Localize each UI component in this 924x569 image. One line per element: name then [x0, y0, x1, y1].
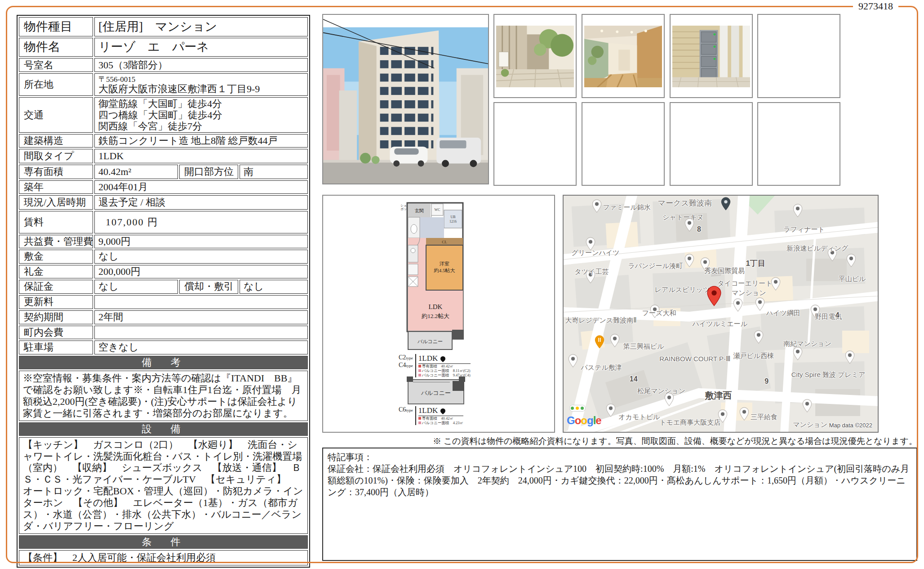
property-type-value: [住居用] マンション	[94, 17, 308, 36]
building-exterior-photo	[323, 15, 488, 184]
guarantee-value: なし	[94, 280, 178, 294]
photo-box-empty-3	[582, 102, 665, 186]
type-c6: C6	[399, 406, 406, 413]
row-label-key-money: 礼金	[19, 265, 93, 278]
map-label: 大嵜レジデンス難波南Ⅱ	[565, 316, 636, 325]
map-label: 8	[697, 225, 701, 233]
map-label: マンション	[732, 289, 766, 297]
map-pin	[754, 330, 764, 344]
row-label-guarantee: 保証金	[19, 280, 93, 294]
entrance-label: 玄関	[415, 208, 424, 213]
map-label: City Spire 難波 プレミア	[791, 371, 866, 379]
ldk-label: LDK	[429, 303, 443, 310]
svg-text:約12.2帖大: 約12.2帖大	[421, 313, 449, 319]
closet-label: CL	[442, 240, 447, 244]
document-number: 9273418	[853, 0, 898, 12]
row-label-rent: 賃料	[19, 211, 93, 233]
disclaimer-note: ※ この資料は物件の概略紹介資料になります。写真、間取図面、設備、概要などが現況…	[322, 435, 917, 447]
map-marker-destination	[706, 286, 722, 306]
term-value: 2年間	[94, 310, 308, 324]
access-line: 関西線「今宮」徒歩7分	[98, 121, 304, 132]
equipment-text: 【キッチン】 ガスコンロ（2口） 【水廻り】 洗面台・シャワートイレ・洗髪洗面化…	[19, 437, 308, 534]
area-value: 40.42m²	[94, 165, 178, 179]
photo-box-empty-1	[757, 14, 840, 98]
floor-plan-drawing: シューズ ボックス 玄関 WC UB 1216 CL 洋室 約4.5帖大	[400, 200, 469, 353]
photo-box-empty-5	[757, 102, 840, 186]
access-line: 四つ橋線「大国町」徒歩4分	[98, 109, 304, 121]
map-pin	[739, 407, 749, 421]
map-label: ファミール錦水	[603, 203, 650, 212]
legend-plan-type: 1LDK	[418, 406, 438, 415]
map-label: 1丁目	[746, 258, 765, 269]
address-value: 〒556-0015 大阪府大阪市浪速区敷津西１丁目9-9	[94, 73, 308, 96]
room-value: 305（3階部分）	[94, 58, 308, 72]
property-sheet: 9273418 物件種目 [住居用] マンション 物件名 リーゾ エ パーネ 号…	[0, 0, 924, 569]
map-label: グリーンハイツ	[571, 249, 619, 257]
row-label-room: 号室名	[19, 58, 93, 72]
map-label: トモエ商事大阪支店	[659, 418, 720, 427]
map-label: ハイツルミエール	[693, 320, 747, 328]
compass-icon	[440, 407, 447, 414]
association-value	[94, 326, 308, 339]
photo-box-entrance	[493, 14, 577, 98]
photo-box-empty-4	[670, 102, 753, 186]
mailbox-photo	[672, 26, 750, 87]
map-label: シャトーキヌ	[662, 213, 704, 222]
parking-value: 空きなし	[94, 341, 308, 354]
google-logo: Google	[567, 414, 601, 427]
svg-text:約4.5帖大: 約4.5帖大	[434, 268, 455, 273]
row-label-fee: 共益費・管理費	[19, 235, 93, 248]
row-label-association: 町内会費	[19, 326, 93, 339]
map-label: タイコーエリート	[718, 279, 773, 288]
map-pin	[592, 199, 602, 213]
facing-value: 南	[240, 165, 308, 179]
map-label: マンション	[793, 421, 827, 429]
map-label: フーズ大和	[642, 309, 676, 318]
row-label-address: 所在地	[19, 73, 93, 96]
map-label: レアルスピリッツ	[655, 286, 710, 294]
remarks-header: 備 考	[19, 356, 308, 369]
plan-legend-c6: C6type 1LDK 専有面積 40.42㎡ バルコニー面積 4.23㎡	[399, 406, 463, 425]
remarks-text: ※空室情報・募集条件・案内方法等の確認は『ITANDI BB』で確認をお願い致し…	[19, 371, 308, 421]
row-label-access: 交通	[19, 97, 93, 133]
map-label: タツイ工芸	[574, 268, 609, 276]
access-value: 御堂筋線「大国町」徒歩4分 四つ橋線「大国町」徒歩4分 関西線「今宮」徒歩7分	[94, 97, 308, 133]
type-c4: C4	[399, 362, 406, 368]
type-c2: C2	[399, 354, 406, 361]
map-label: 4	[835, 311, 840, 319]
row-label-term: 契約期間	[19, 310, 93, 324]
map-label: ラフィナート	[783, 225, 825, 234]
map-label: RAINBOW COURT P-Ⅲ	[659, 355, 730, 363]
row-label-deposit: 敷金	[19, 250, 93, 264]
wc-label: WC	[435, 208, 440, 212]
key-money-value: 200,000円	[94, 265, 308, 278]
balcony-diagram-label: バルコニー	[409, 389, 463, 397]
conditions-header: 条 件	[19, 535, 308, 549]
row-label-structure: 建築構造	[19, 134, 93, 148]
entrance-photo	[496, 26, 574, 87]
hallway-photo	[584, 26, 662, 87]
map-pin	[793, 347, 803, 360]
map-label: オカモトビル	[618, 413, 660, 421]
map-pin	[755, 297, 765, 311]
map-label: 秀友国際貿易	[704, 267, 745, 275]
photo-box-empty-2	[493, 102, 577, 186]
built-value: 2004年01月	[94, 180, 308, 194]
map-label: 新浪速ビルディング	[786, 244, 848, 253]
map-label: 第三興福ビル	[623, 342, 664, 351]
photo-main-exterior	[322, 14, 489, 184]
layout-value: 1LDK	[94, 149, 308, 163]
map-pin	[802, 399, 812, 412]
map-pin	[684, 254, 694, 267]
access-line: 御堂筋線「大国町」徒歩4分	[98, 98, 304, 109]
unit-bath-label: UB	[450, 215, 455, 219]
map-pin	[733, 298, 743, 312]
bedroom-label: 洋室	[439, 261, 449, 266]
row-label-property-type: 物件種目	[19, 17, 93, 36]
row-label-renewal: 更新料	[19, 295, 93, 309]
photo-box-mailboxes	[670, 14, 753, 98]
traffic-signal-icon	[569, 405, 586, 412]
map-pin	[610, 334, 620, 347]
address-text: 大阪府大阪市浪速区敷津西１丁目9-9	[98, 84, 304, 94]
map-attribution: Map data ©2022	[829, 422, 872, 429]
